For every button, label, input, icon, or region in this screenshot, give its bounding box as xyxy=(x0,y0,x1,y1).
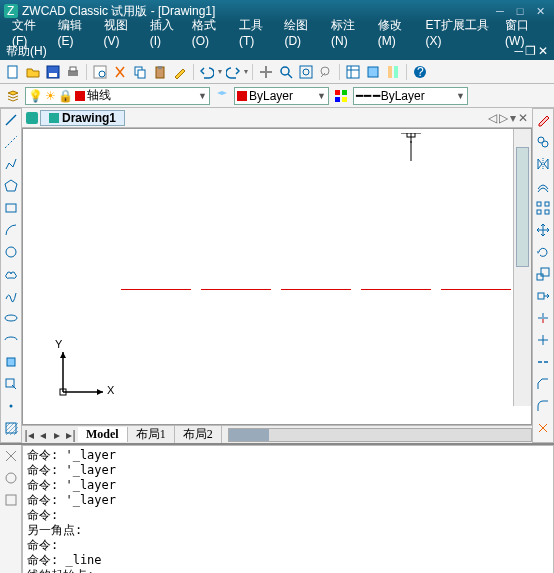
copy-button[interactable] xyxy=(131,63,149,81)
layout-tab-model[interactable]: Model xyxy=(78,427,128,442)
menu-edit[interactable]: 编辑(E) xyxy=(52,17,98,48)
linetype-combo[interactable]: ━ ━ ━ ByLayer ▼ xyxy=(353,87,468,105)
properties-button[interactable] xyxy=(344,63,362,81)
layer-combo[interactable]: 💡 ☀ 🔒 轴线 ▼ xyxy=(25,87,210,105)
menu-view[interactable]: 视图(V) xyxy=(98,17,144,48)
properties-toolbar: 💡 ☀ 🔒 轴线 ▼ ByLayer ▼ ━ ━ ━ ByLayer ▼ xyxy=(0,84,554,108)
tab-first-button[interactable]: |◂ xyxy=(22,428,36,442)
tab-prev-button[interactable]: ◂ xyxy=(36,428,50,442)
tab-last-button[interactable]: ▸| xyxy=(64,428,78,442)
print-button[interactable] xyxy=(64,63,82,81)
menu-dimension[interactable]: 标注(N) xyxy=(325,17,372,48)
line-segment xyxy=(121,289,191,290)
zoom-previous-button[interactable] xyxy=(317,63,335,81)
scale-tool[interactable] xyxy=(534,265,552,283)
make-block-tool[interactable] xyxy=(2,375,20,393)
line-tool[interactable] xyxy=(2,111,20,129)
ucs-x-label: X xyxy=(107,384,114,396)
svg-rect-41 xyxy=(537,202,541,206)
cmd-tool-1[interactable] xyxy=(2,447,20,465)
copy-tool[interactable] xyxy=(534,133,552,151)
ucs-icon: Y X xyxy=(53,342,113,402)
color-control-button[interactable] xyxy=(332,87,350,105)
menu-et[interactable]: ET扩展工具(X) xyxy=(420,17,500,48)
ellipse-tool[interactable] xyxy=(2,309,20,327)
save-button[interactable] xyxy=(44,63,62,81)
tab-close-button[interactable]: ✕ xyxy=(518,111,528,125)
dropdown-icon: ▼ xyxy=(317,91,326,101)
redo-dropdown-icon[interactable]: ▾ xyxy=(244,67,248,76)
svg-rect-44 xyxy=(545,210,549,214)
menu-file[interactable]: 文件(F) xyxy=(6,17,52,48)
menu-format[interactable]: 格式(O) xyxy=(186,17,233,48)
new-button[interactable] xyxy=(4,63,22,81)
document-tab[interactable]: Drawing1 xyxy=(40,110,125,126)
chamfer-tool[interactable] xyxy=(534,375,552,393)
menu-tools[interactable]: 工具(T) xyxy=(233,17,279,48)
break-tool[interactable] xyxy=(534,353,552,371)
zoom-button[interactable] xyxy=(277,63,295,81)
erase-tool[interactable] xyxy=(534,111,552,129)
arc-tool[interactable] xyxy=(2,221,20,239)
array-tool[interactable] xyxy=(534,199,552,217)
explode-tool[interactable] xyxy=(534,419,552,437)
tab-next-button[interactable]: ▷ xyxy=(499,111,508,125)
horizontal-scrollbar[interactable] xyxy=(228,428,532,442)
design-center-button[interactable] xyxy=(364,63,382,81)
offset-tool[interactable] xyxy=(534,177,552,195)
polygon-tool[interactable] xyxy=(2,177,20,195)
tab-menu-button[interactable]: ▾ xyxy=(510,111,516,125)
spline-tool[interactable] xyxy=(2,287,20,305)
ellipse-arc-tool[interactable] xyxy=(2,331,20,349)
open-button[interactable] xyxy=(24,63,42,81)
zoom-window-button[interactable] xyxy=(297,63,315,81)
extend-tool[interactable] xyxy=(534,331,552,349)
color-combo[interactable]: ByLayer ▼ xyxy=(234,87,329,105)
point-tool[interactable] xyxy=(2,397,20,415)
layer-manager-button[interactable] xyxy=(4,87,22,105)
menu-modify[interactable]: 修改(M) xyxy=(372,17,420,48)
construction-line-tool[interactable] xyxy=(2,133,20,151)
polyline-tool[interactable] xyxy=(2,155,20,173)
circle-tool[interactable] xyxy=(2,243,20,261)
rectangle-tool[interactable] xyxy=(2,199,20,217)
layout-tab-2[interactable]: 布局2 xyxy=(175,426,222,443)
match-prop-button[interactable] xyxy=(171,63,189,81)
stretch-tool[interactable] xyxy=(534,287,552,305)
layout-tab-1[interactable]: 布局1 xyxy=(128,426,175,443)
draw-toolbar xyxy=(0,108,22,443)
layer-previous-button[interactable] xyxy=(213,87,231,105)
move-tool[interactable] xyxy=(534,221,552,239)
mirror-tool[interactable] xyxy=(534,155,552,173)
redo-button[interactable] xyxy=(224,63,242,81)
menu-draw[interactable]: 绘图(D) xyxy=(278,17,325,48)
tab-next-button[interactable]: ▸ xyxy=(50,428,64,442)
revision-cloud-tool[interactable] xyxy=(2,265,20,283)
cmd-tool-3[interactable] xyxy=(2,491,20,509)
cut-button[interactable] xyxy=(111,63,129,81)
paste-button[interactable] xyxy=(151,63,169,81)
svg-rect-43 xyxy=(537,210,541,214)
pan-button[interactable] xyxy=(257,63,275,81)
print-preview-button[interactable] xyxy=(91,63,109,81)
trim-tool[interactable] xyxy=(534,309,552,327)
scrollbar-thumb[interactable] xyxy=(229,429,269,441)
svg-rect-47 xyxy=(538,293,544,299)
undo-button[interactable] xyxy=(198,63,216,81)
drawing-canvas[interactable]: Y X xyxy=(22,128,532,425)
svg-rect-4 xyxy=(49,73,57,77)
menu-window[interactable]: 窗口(W) xyxy=(499,17,548,48)
hatch-tool[interactable] xyxy=(2,419,20,437)
menu-insert[interactable]: 插入(I) xyxy=(144,17,186,48)
fillet-tool[interactable] xyxy=(534,397,552,415)
vertical-scrollbar[interactable] xyxy=(513,129,531,406)
tab-prev-button[interactable]: ◁ xyxy=(488,111,497,125)
scrollbar-thumb[interactable] xyxy=(516,147,529,267)
insert-block-tool[interactable] xyxy=(2,353,20,371)
undo-dropdown-icon[interactable]: ▾ xyxy=(218,67,222,76)
help-button[interactable]: ? xyxy=(411,63,429,81)
tool-palette-button[interactable] xyxy=(384,63,402,81)
cmd-tool-2[interactable] xyxy=(2,469,20,487)
command-history[interactable]: 命令: '_layer 命令: '_layer 命令: '_layer 命令: … xyxy=(22,445,554,573)
rotate-tool[interactable] xyxy=(534,243,552,261)
